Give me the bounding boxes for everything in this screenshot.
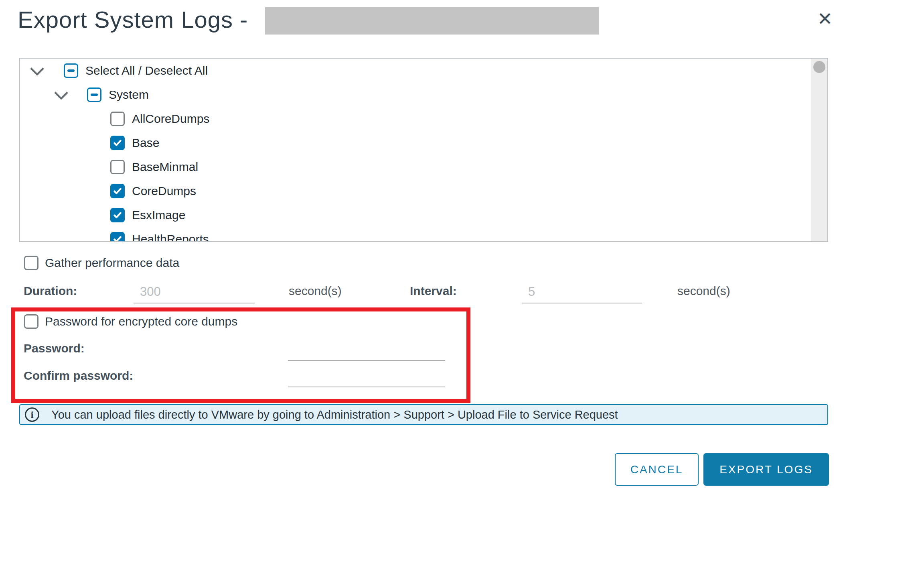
check-icon — [112, 234, 123, 242]
chevron-down-icon[interactable] — [53, 87, 69, 103]
password-for-encrypted-core-dumps-checkbox[interactable] — [24, 314, 38, 329]
check-icon — [112, 210, 123, 220]
close-button[interactable]: ✕ — [811, 5, 839, 33]
confirm-password-label: Confirm password: — [24, 369, 133, 383]
check-icon — [112, 138, 123, 148]
interval-input[interactable] — [522, 283, 642, 303]
scrollbar-track[interactable] — [811, 59, 827, 241]
tree-item-label: CoreDumps — [132, 184, 196, 198]
info-circle-icon: i — [25, 407, 39, 422]
password-input[interactable] — [288, 341, 445, 361]
tree-item-system: System — [20, 83, 827, 107]
info-banner-text: You can upload files directly to VMware … — [51, 408, 618, 421]
checked-checkbox-coredumps[interactable] — [110, 184, 125, 198]
tree-item-esximage: EsxImage — [20, 203, 827, 227]
check-icon — [112, 186, 123, 196]
chevron-glyph — [30, 61, 44, 75]
export-logs-button[interactable]: EXPORT LOGS — [703, 453, 829, 486]
indeterminate-dash-icon — [67, 69, 75, 72]
tree-rows: Select All / Deselect AllSystemAllCoreDu… — [20, 59, 827, 242]
interval-unit-label: second(s) — [677, 284, 730, 298]
log-selection-tree-panel: Select All / Deselect AllSystemAllCoreDu… — [19, 58, 828, 242]
tree-item-coredumps: CoreDumps — [20, 179, 827, 203]
export-system-logs-dialog: Export System Logs - ✕ Select All / Dese… — [0, 0, 924, 578]
tree-item-select-all-deselect-all: Select All / Deselect All — [20, 59, 827, 83]
checked-checkbox-esximage[interactable] — [110, 208, 125, 222]
dialog-title: Export System Logs - — [18, 0, 248, 39]
unchecked-checkbox-allcoredumps[interactable] — [110, 112, 125, 126]
duration-unit-label: second(s) — [289, 284, 342, 298]
gather-performance-data-label: Gather performance data — [45, 256, 179, 270]
confirm-password-input[interactable] — [288, 367, 445, 387]
checked-checkbox-healthreports[interactable] — [110, 232, 125, 242]
redacted-target-name — [265, 7, 599, 35]
indeterminate-checkbox-select-all-deselect-all[interactable] — [64, 63, 78, 78]
close-icon: ✕ — [817, 8, 833, 30]
password-for-encrypted-core-dumps-row: Password for encrypted core dumps — [24, 314, 237, 329]
tree-item-label: EsxImage — [132, 208, 185, 222]
indeterminate-dash-icon — [91, 94, 98, 96]
interval-label: Interval: — [410, 284, 457, 298]
tree-item-label: BaseMinmal — [132, 160, 198, 174]
password-label: Password: — [24, 342, 85, 355]
indeterminate-checkbox-system[interactable] — [87, 88, 101, 102]
chevron-down-icon[interactable] — [29, 63, 45, 79]
tree-item-baseminmal: BaseMinmal — [20, 155, 827, 179]
tree-item-allcoredumps: AllCoreDumps — [20, 107, 827, 131]
tree-item-healthreports: HealthReports — [20, 227, 827, 242]
duration-label: Duration: — [24, 284, 77, 298]
tree-item-label: HealthReports — [132, 232, 209, 242]
tree-item-label: AllCoreDumps — [132, 112, 209, 126]
password-for-encrypted-core-dumps-label: Password for encrypted core dumps — [45, 315, 237, 328]
cancel-button[interactable]: CANCEL — [615, 453, 699, 486]
tree-item-base: Base — [20, 131, 827, 155]
duration-input[interactable] — [134, 283, 255, 303]
scrollbar-thumb[interactable] — [813, 61, 825, 73]
tree-item-label: Base — [132, 136, 159, 150]
info-banner: i You can upload files directly to VMwar… — [19, 404, 828, 425]
checked-checkbox-base[interactable] — [110, 136, 125, 150]
gather-performance-data-checkbox[interactable] — [24, 256, 38, 270]
chevron-glyph — [54, 85, 68, 100]
unchecked-checkbox-baseminmal[interactable] — [110, 160, 125, 174]
tree-item-label: System — [109, 88, 149, 102]
gather-performance-data-row: Gather performance data — [24, 256, 179, 270]
tree-item-label: Select All / Deselect All — [85, 64, 208, 77]
